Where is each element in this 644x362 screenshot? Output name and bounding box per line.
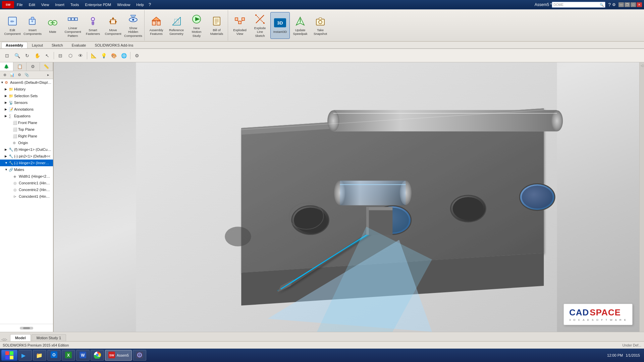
bottom-scroll-right[interactable]: ▷ bbox=[5, 338, 7, 341]
more-tools-button[interactable]: ⚙ bbox=[132, 51, 141, 60]
restore-button[interactable]: ❐ bbox=[625, 2, 630, 7]
title-search-box[interactable]: DOME 🔍 bbox=[552, 2, 605, 8]
help-icon-2[interactable]: ? bbox=[608, 2, 611, 7]
select-button[interactable]: ↖ bbox=[43, 51, 52, 60]
exploded-view-button[interactable]: ExplodedView bbox=[230, 12, 250, 39]
reference-geometry-button[interactable]: ReferenceGeometry bbox=[167, 12, 186, 39]
3d-viewport[interactable]: CAD SPACE 3 D C A D S O F T W A R E bbox=[54, 62, 639, 332]
taskbar-app-solidworks[interactable]: SW Assem5 bbox=[105, 350, 132, 361]
take-snapshot-button[interactable]: TakeSnapshot bbox=[311, 12, 330, 39]
view-orientation-button[interactable]: 📐 bbox=[89, 51, 98, 60]
tab-sketch[interactable]: Sketch bbox=[47, 42, 67, 48]
instant3d-button[interactable]: 3D Instant3D bbox=[270, 12, 290, 39]
tree-item-mates[interactable]: ▼ 🔗 Mates bbox=[0, 166, 53, 173]
taskbar-app-excel[interactable]: X bbox=[62, 350, 75, 361]
tree-item-annotations[interactable]: ▶ 📝 Annotations bbox=[0, 106, 53, 113]
smart-fasteners-button[interactable]: SmartFasteners bbox=[83, 12, 103, 39]
cadspace-subtitle: 3 D C A D S O F T W A R E bbox=[569, 318, 627, 321]
close-button[interactable]: ✕ bbox=[637, 2, 642, 7]
tree-item-concentric1[interactable]: ◎ Concentric1 (Hinge< bbox=[0, 180, 53, 186]
assembly-features-button[interactable]: AssemblyFeatures bbox=[147, 12, 166, 39]
tree-item-hinge2[interactable]: ▼ 🔧 (-) Hinge<2> (InnerCuts bbox=[0, 160, 53, 166]
lighting-button[interactable]: 💡 bbox=[99, 51, 108, 60]
right-panel-collapse[interactable]: ◁ bbox=[639, 62, 644, 332]
menu-view[interactable]: View bbox=[39, 2, 52, 7]
sidebar-scrollbar-thumb[interactable] bbox=[20, 327, 33, 329]
fm-add-button[interactable]: ⊕ bbox=[1, 72, 8, 78]
tree-item-top-plane[interactable]: ⬜ Top Plane bbox=[0, 126, 53, 133]
document-title: Assem5 * bbox=[535, 2, 552, 7]
tree-label-top-plane: Top Plane bbox=[18, 127, 35, 131]
tree-item-front-plane[interactable]: ⬜ Front Plane bbox=[0, 119, 53, 126]
taskbar-app-media[interactable]: ▶ bbox=[18, 350, 32, 361]
pan-button[interactable]: ✋ bbox=[33, 51, 42, 60]
tree-item-coincident1[interactable]: ⊳ Coincident1 (Hinge< bbox=[0, 193, 53, 200]
tree-item-width1[interactable]: ◈ Width1 (Hinge<2>, H bbox=[0, 173, 53, 180]
fm-chart-button[interactable]: 📊 bbox=[9, 72, 15, 78]
hide-show-items-button[interactable]: 👁 bbox=[76, 51, 85, 60]
bill-of-materials-button[interactable]: Bill ofMaterials bbox=[207, 12, 226, 39]
sidebar-tab-dimxpert-manager[interactable]: 📏 bbox=[40, 62, 53, 71]
menu-edit[interactable]: Edit bbox=[26, 2, 38, 7]
fm-collapse-button[interactable]: ▸ bbox=[45, 72, 52, 78]
mate-button[interactable]: Mate bbox=[43, 12, 62, 39]
tree-arrow-annotations: ▶ bbox=[5, 108, 9, 111]
taskbar-app-explorer[interactable]: 📁 bbox=[33, 350, 46, 361]
tree-label-history: History bbox=[14, 87, 25, 91]
settings-icon[interactable]: ⚙ bbox=[612, 2, 616, 7]
tree-item-sensors[interactable]: ▶ 📡 Sensors bbox=[0, 99, 53, 106]
smart-fasteners-icon bbox=[87, 15, 99, 27]
tab-assembly[interactable]: Assembly bbox=[1, 42, 28, 48]
edit-component-button[interactable]: ✏ Edit Component bbox=[3, 12, 22, 39]
tree-item-right-plane[interactable]: ⬜ Right Plane bbox=[0, 133, 53, 139]
zoom-in-button[interactable]: 🔍 bbox=[13, 51, 21, 60]
move-component-button[interactable]: MoveComponent bbox=[103, 12, 123, 39]
bottom-scroll-left[interactable]: ◁ bbox=[1, 338, 4, 341]
tree-item-concentric2[interactable]: ◎ Concentric2 (Hinge< bbox=[0, 186, 53, 193]
tab-layout[interactable]: Layout bbox=[28, 42, 47, 48]
sidebar-tab-configuration-manager[interactable]: ⚙ bbox=[26, 62, 40, 71]
tree-item-origin[interactable]: ⊕ Origin bbox=[0, 139, 53, 146]
show-hidden-button[interactable]: ShowHiddenComponents bbox=[123, 12, 143, 39]
insert-components-button[interactable]: + InsertComponents bbox=[23, 12, 42, 39]
sidebar-tab-property-manager[interactable]: 📋 bbox=[13, 62, 27, 71]
scene-button[interactable]: 🌐 bbox=[119, 51, 128, 60]
tree-item-history[interactable]: ▶ 📁 History bbox=[0, 86, 53, 93]
fm-pin-button[interactable]: 📎 bbox=[23, 72, 30, 78]
sidebar-tab-feature-tree[interactable]: 🌲 bbox=[0, 62, 13, 71]
tree-item-equations[interactable]: ▶ ∑ Equations bbox=[0, 113, 53, 119]
menu-tools[interactable]: Tools bbox=[68, 2, 82, 7]
menu-window[interactable]: Window bbox=[114, 2, 133, 7]
menu-file[interactable]: File bbox=[14, 2, 25, 7]
taskbar-app-word[interactable]: W bbox=[76, 350, 90, 361]
tree-item-assem5[interactable]: ▼ ⚙ Assem5 (Default<Display) bbox=[0, 79, 53, 86]
menu-help[interactable]: Help bbox=[133, 2, 147, 7]
tab-model[interactable]: Model bbox=[10, 334, 31, 341]
help-icon[interactable]: ? bbox=[149, 2, 151, 7]
update-speedpak-button[interactable]: UpdateSpeedpak bbox=[290, 12, 310, 39]
tree-item-hinge1[interactable]: ▶ 🔧 (f) Hinge<1> (OutCuts< bbox=[0, 146, 53, 153]
rotate-view-button[interactable]: ↻ bbox=[23, 51, 32, 60]
display-style-button[interactable]: ⬡ bbox=[66, 51, 75, 60]
new-motion-study-button[interactable]: NewMotionStudy bbox=[187, 12, 206, 39]
tree-item-selection-sets[interactable]: ▶ 📁 Selection Sets bbox=[0, 93, 53, 99]
taskbar-app-outlook[interactable]: O bbox=[47, 350, 61, 361]
tab-motion-study-1[interactable]: Motion Study 1 bbox=[32, 334, 66, 341]
maximize-button[interactable]: □ bbox=[631, 2, 636, 7]
svg-line-25 bbox=[172, 17, 180, 25]
tab-evaluate[interactable]: Evaluate bbox=[67, 42, 91, 48]
taskbar-app-cad[interactable] bbox=[133, 350, 146, 361]
section-view-button[interactable]: ⊟ bbox=[56, 51, 65, 60]
tab-solidworks-addins[interactable]: SOLIDWORKS Add-Ins bbox=[90, 42, 138, 48]
menu-insert[interactable]: Insert bbox=[52, 2, 67, 7]
start-button[interactable] bbox=[1, 350, 17, 361]
taskbar-app-chrome[interactable] bbox=[91, 350, 104, 361]
appearances-button[interactable]: 🎨 bbox=[109, 51, 118, 60]
fm-settings-button[interactable]: ⚙ bbox=[16, 72, 23, 78]
menu-enterprise-pdm[interactable]: Enterprise PDM bbox=[83, 2, 114, 7]
explode-line-sketch-button[interactable]: ExplodeLineSketch bbox=[250, 12, 270, 39]
tree-item-pin2[interactable]: ▶ 🔧 (-) pin2<1> (Default<< bbox=[0, 153, 53, 160]
minimize-button[interactable]: — bbox=[619, 2, 624, 7]
zoom-to-fit-button[interactable]: ⊡ bbox=[3, 51, 11, 60]
linear-component-button[interactable]: LinearComponentPattern bbox=[63, 12, 83, 39]
